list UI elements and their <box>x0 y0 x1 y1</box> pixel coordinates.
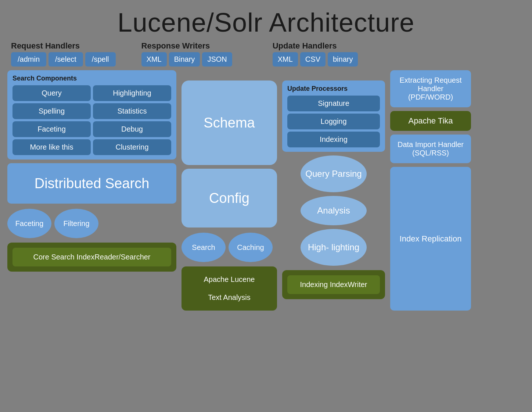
update-processors-label: Update Processors <box>287 85 380 93</box>
apache-tika-box: Apache Tika <box>390 111 471 131</box>
distributed-search-box: Distributed Search <box>7 163 176 204</box>
extracting-handler-box: Extracting Request Handler (PDF/WORD) <box>390 70 471 107</box>
request-handlers-label: Request Handlers <box>11 41 116 51</box>
more-like-this-btn[interactable]: More like this <box>12 139 91 155</box>
query-parsing-ellipse: Query Parsing <box>301 155 367 192</box>
faceting-ellipse: Faceting <box>7 209 51 238</box>
csv-uh-pill[interactable]: CSV <box>300 52 326 67</box>
highlighting-ellipse: High- lighting <box>301 229 367 266</box>
indexing-writer-box: Indexing IndexWriter <box>287 275 380 294</box>
signature-btn[interactable]: Signature <box>287 96 380 111</box>
ellipses-row: Faceting Filtering <box>7 209 176 238</box>
indexing-btn[interactable]: Indexing <box>287 132 380 147</box>
filtering-ellipse: Filtering <box>54 209 98 238</box>
spelling-btn[interactable]: Spelling <box>12 103 91 119</box>
caching-ellipse: Caching <box>229 233 273 262</box>
admin-pill[interactable]: /admin <box>11 52 46 67</box>
statistics-btn[interactable]: Statistics <box>93 103 171 119</box>
analysis-ellipse: Analysis <box>301 196 367 225</box>
highlighting-btn[interactable]: Highlighting <box>93 85 171 101</box>
debug-btn[interactable]: Debug <box>93 121 171 137</box>
component-grid: Query Highlighting Spelling Statistics F… <box>12 85 171 155</box>
update-handlers-label: Update Handlers <box>273 41 358 51</box>
update-processors-container: Update Processors Signature Logging Inde… <box>282 80 385 152</box>
faceting-btn[interactable]: Faceting <box>12 121 91 137</box>
request-handlers-group: Request Handlers /admin /select /spell <box>11 41 116 67</box>
clustering-btn[interactable]: Clustering <box>93 139 171 155</box>
index-replication-box: Index Replication <box>390 167 471 311</box>
xml-rw-pill[interactable]: XML <box>141 52 167 67</box>
json-rw-pill[interactable]: JSON <box>202 52 232 67</box>
binary-rw-pill[interactable]: Binary <box>169 52 200 67</box>
query-btn[interactable]: Query <box>12 85 91 101</box>
update-handlers-group: Update Handlers XML CSV binary <box>273 41 358 67</box>
middle-ellipses-row: Search Caching <box>181 233 277 262</box>
page-title: Lucene/Solr Architecture <box>0 0 532 41</box>
xml-uh-pill[interactable]: XML <box>273 52 298 67</box>
dark-green-section-col3: Indexing IndexWriter <box>282 270 385 299</box>
config-box: Config <box>181 169 277 228</box>
binary-uh-pill[interactable]: binary <box>328 52 358 67</box>
select-pill[interactable]: /select <box>48 52 83 67</box>
response-writers-group: Response Writers XML Binary JSON <box>141 41 232 67</box>
schema-box: Schema <box>181 80 277 165</box>
search-ellipse: Search <box>181 233 226 262</box>
search-components-container: Search Components Query Highlighting Spe… <box>7 70 176 160</box>
spell-pill[interactable]: /spell <box>85 52 116 67</box>
data-import-handler-box: Data Import Handler (SQL/RSS) <box>390 135 471 163</box>
text-analysis-label: Text Analysis <box>187 290 272 305</box>
dark-green-section-col2: Apache Lucene Text Analysis <box>181 266 277 311</box>
apache-lucene-label: Apache Lucene <box>187 272 272 287</box>
logging-btn[interactable]: Logging <box>287 114 380 129</box>
response-writers-label: Response Writers <box>141 41 232 51</box>
core-search-box: Core Search IndexReader/Searcher <box>12 248 171 266</box>
dark-green-section: Core Search IndexReader/Searcher <box>7 243 176 272</box>
search-components-label: Search Components <box>12 75 171 82</box>
